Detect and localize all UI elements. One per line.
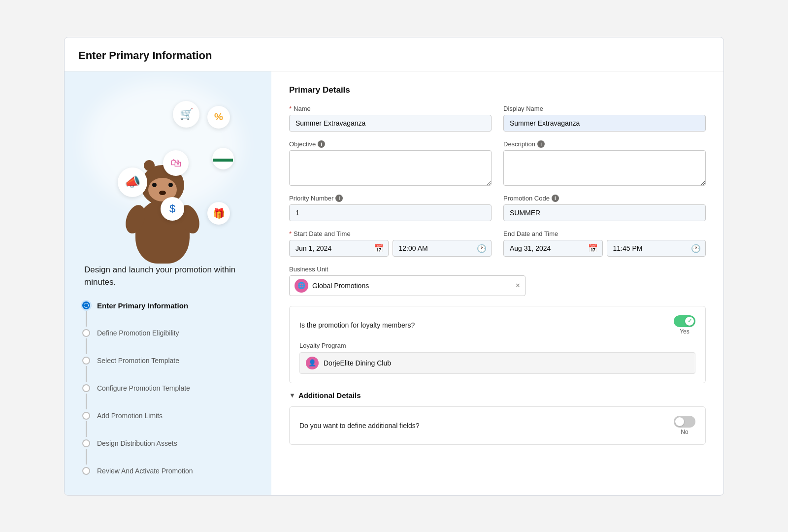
start-time-input[interactable] <box>393 240 492 257</box>
step-line-4 <box>86 394 87 409</box>
step-dot-4 <box>82 384 90 392</box>
add-fields-toggle-knob <box>675 417 684 426</box>
step-line-2 <box>86 338 87 354</box>
chevron-down-icon: ▼ <box>289 392 296 399</box>
step-label-6: Design Distribution Assets <box>97 438 177 449</box>
cart-icon: 🛒 <box>173 101 199 128</box>
start-date-label: * Start Date and Time <box>289 230 492 237</box>
content-area: 🛒 % 🛍 ▬▬ $ 🎁 📣 <box>65 71 723 495</box>
additional-details-label: Additional Details <box>298 391 361 399</box>
business-unit-icon: 🌐 <box>295 279 308 293</box>
loyalty-toggle-knob: ✓ <box>685 317 694 326</box>
loyalty-toggle[interactable]: ✓ <box>674 315 695 327</box>
add-fields-question: Do you want to define additional fields? <box>299 422 420 430</box>
priority-input[interactable] <box>289 204 492 221</box>
priority-info-icon[interactable]: i <box>335 195 343 202</box>
description-info-icon[interactable]: i <box>537 140 545 148</box>
step-item-1[interactable]: Enter Primary Information <box>82 300 257 328</box>
page-header: Enter Primary Information <box>65 37 723 71</box>
end-time-wrap: 🕐 <box>607 240 706 257</box>
loyalty-program-field[interactable]: 👤 DorjeElite Dining Club <box>299 352 695 374</box>
step-item-2[interactable]: Define Promotion Eligibility <box>82 328 257 356</box>
business-unit-value: Global Promotions <box>312 282 512 290</box>
name-required: * <box>289 105 292 112</box>
objective-row: Objective i Description i <box>289 140 706 186</box>
add-fields-toggle-label: No <box>681 429 688 435</box>
end-time-input[interactable] <box>607 240 706 257</box>
promo-code-label: Promotion Code i <box>503 195 706 202</box>
bag-icon: 🛍 <box>163 150 189 176</box>
step-item-5[interactable]: Add Promotion Limits <box>82 411 257 438</box>
start-date-group: * Start Date and Time 📅 🕐 <box>289 230 492 257</box>
step-item-3[interactable]: Select Promotion Template <box>82 356 257 383</box>
add-fields-toggle-right: No <box>674 416 695 435</box>
start-time-wrap: 🕐 <box>393 240 492 257</box>
gift-icon: 🎁 <box>207 202 230 225</box>
business-unit-clear-button[interactable]: × <box>516 282 520 290</box>
step-item-7[interactable]: Review And Activate Promotion <box>82 466 257 476</box>
loyalty-toggle-card: Is the promotion for loyalty members? ✓ … <box>289 306 706 383</box>
display-name-group: Display Name <box>503 105 706 132</box>
objective-label: Objective i <box>289 140 492 148</box>
loyalty-program-value: DorjeElite Dining Club <box>324 359 391 367</box>
loyalty-question: Is the promotion for loyalty members? <box>299 321 415 329</box>
priority-label: Priority Number i <box>289 195 492 202</box>
objective-info-icon[interactable]: i <box>318 140 325 148</box>
dates-row: * Start Date and Time 📅 🕐 <box>289 230 706 257</box>
end-inputs: 📅 🕐 <box>503 240 706 257</box>
step-item-6[interactable]: Design Distribution Assets <box>82 438 257 466</box>
toggle-check-icon: ✓ <box>688 318 692 324</box>
business-unit-field[interactable]: 🌐 Global Promotions × <box>289 275 525 296</box>
percent-icon: % <box>207 106 230 129</box>
start-date-input[interactable] <box>289 240 389 257</box>
step-label-7: Review And Activate Promotion <box>97 466 193 476</box>
loyalty-program-sub: Loyalty Program 👤 DorjeElite Dining Club <box>299 342 695 374</box>
start-inputs: 📅 🕐 <box>289 240 492 257</box>
left-panel: 🛒 % 🛍 ▬▬ $ 🎁 📣 <box>65 71 271 495</box>
start-required: * <box>289 230 292 237</box>
loyalty-program-label: Loyalty Program <box>299 342 695 349</box>
loyalty-toggle-right: ✓ Yes <box>674 315 695 335</box>
step-label-2: Define Promotion Eligibility <box>97 328 179 338</box>
step-line-5 <box>86 421 87 437</box>
step-item-4[interactable]: Configure Promotion Template <box>82 383 257 411</box>
end-date-input[interactable] <box>503 240 603 257</box>
name-label: * Name <box>289 105 492 112</box>
end-date-group: End Date and Time 📅 🕐 <box>503 230 706 257</box>
step-label-5: Add Promotion Limits <box>97 411 163 421</box>
description-textarea[interactable] <box>503 150 706 186</box>
loyalty-toggle-row: Is the promotion for loyalty members? ✓ … <box>299 315 695 335</box>
step-dot-2 <box>82 329 90 337</box>
step-line-1 <box>86 311 87 327</box>
step-line-3 <box>86 366 87 382</box>
page-container: Enter Primary Information 🛒 % 🛍 ▬▬ <box>64 37 724 496</box>
step-dot-6 <box>82 439 90 447</box>
add-fields-card: Do you want to define additional fields?… <box>289 406 706 445</box>
priority-group: Priority Number i <box>289 195 492 221</box>
promo-code-group: Promotion Code i <box>503 195 706 221</box>
name-input[interactable] <box>289 115 492 132</box>
add-fields-toggle[interactable] <box>674 416 695 428</box>
dollar-icon: $ <box>161 197 184 221</box>
priority-row: Priority Number i Promotion Code i <box>289 195 706 221</box>
end-date-label: End Date and Time <box>503 230 706 237</box>
start-date-wrap: 📅 <box>289 240 389 257</box>
business-unit-group: Business Unit 🌐 Global Promotions × <box>289 266 525 296</box>
loyalty-toggle-yes-label: Yes <box>680 328 690 335</box>
step-label-3: Select Promotion Template <box>97 356 179 366</box>
megaphone-icon: 📣 <box>118 167 147 197</box>
promo-code-info-icon[interactable]: i <box>552 195 559 202</box>
display-name-label: Display Name <box>503 105 706 112</box>
display-name-input[interactable] <box>503 115 706 132</box>
step-label-1: Enter Primary Information <box>97 300 188 312</box>
objective-textarea[interactable] <box>289 150 492 186</box>
section-title: Primary Details <box>289 85 706 95</box>
step-dot-1 <box>82 301 90 309</box>
promo-code-input[interactable] <box>503 204 706 221</box>
mascot-area: 🛒 % 🛍 ▬▬ $ 🎁 📣 <box>65 71 271 264</box>
name-group: * Name <box>289 105 492 132</box>
step-dot-3 <box>82 357 90 365</box>
ticket-icon: ▬▬ <box>212 148 234 169</box>
page-title: Enter Primary Information <box>78 49 710 62</box>
additional-details-header[interactable]: ▼ Additional Details <box>289 391 706 399</box>
